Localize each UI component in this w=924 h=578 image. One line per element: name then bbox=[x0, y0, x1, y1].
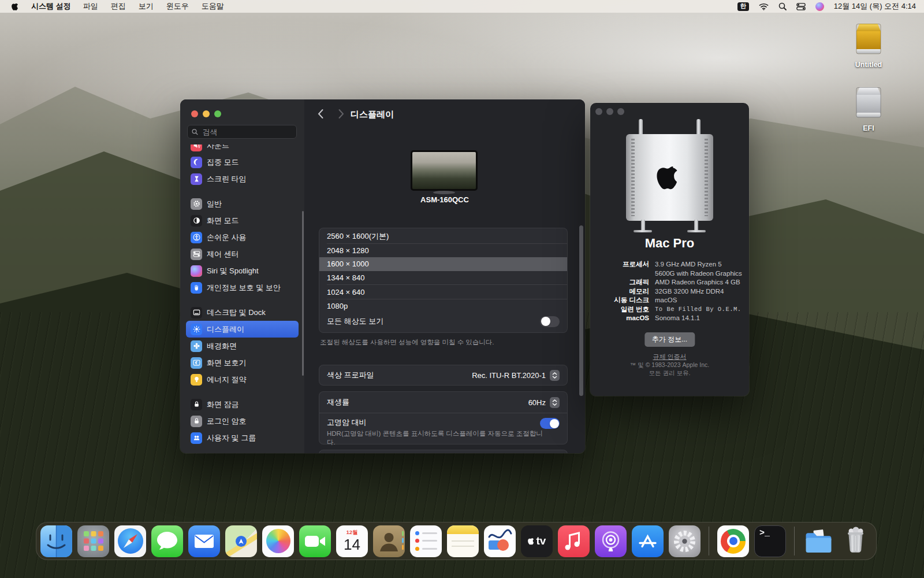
display-thumbnail-image bbox=[412, 152, 476, 189]
dock-item-podcasts[interactable] bbox=[595, 525, 627, 557]
apple-menu-icon[interactable] bbox=[12, 2, 20, 11]
dock-item-apple-tv[interactable]: tv bbox=[521, 525, 553, 557]
hdr-description: HDR(고명암 대비) 콘텐츠를 표시하도록 디스플레이를 자동으로 조절합니다… bbox=[327, 429, 546, 447]
color-profile-stepper[interactable] bbox=[550, 370, 560, 381]
dock-item-photos[interactable] bbox=[262, 525, 294, 557]
hourglass-icon bbox=[191, 173, 202, 185]
dock-item-messages[interactable] bbox=[151, 525, 183, 557]
pane-scrollbar[interactable] bbox=[579, 225, 583, 396]
resolution-option[interactable]: 1344 × 840 bbox=[319, 271, 567, 285]
model-name: Mac Pro bbox=[590, 236, 749, 251]
resolution-option-selected[interactable]: 924 × 578 bbox=[319, 257, 567, 271]
minimize-button[interactable] bbox=[606, 108, 613, 115]
dock-item-maps[interactable] bbox=[225, 525, 257, 557]
desktop-icon-efi[interactable]: EFI bbox=[843, 86, 894, 132]
back-button[interactable] bbox=[317, 109, 324, 119]
forward-button[interactable] bbox=[338, 109, 345, 119]
sidebar-item-displays[interactable]: 디스플레이 bbox=[186, 321, 299, 338]
dock-item-mail[interactable] bbox=[188, 525, 220, 557]
sidebar-item-privacy[interactable]: 개인정보 보호 및 보안 bbox=[186, 279, 299, 296]
apple-tv-icon: tv bbox=[521, 525, 553, 557]
dock-item-calendar[interactable]: 12월 14 bbox=[336, 525, 368, 557]
messages-icon bbox=[151, 525, 183, 557]
resolution-option[interactable]: 2048 × 1280 bbox=[319, 244, 567, 258]
dock-divider bbox=[709, 527, 709, 555]
sidebar-item-focus[interactable]: 집중 모드 bbox=[186, 154, 299, 171]
sidebar-item-users-groups[interactable]: 사용자 및 그룹 bbox=[186, 429, 299, 446]
control-center-icon[interactable] bbox=[796, 3, 806, 10]
resolution-note: 조절된 해상도를 사용하면 성능에 영향을 미칠 수 있습니다. bbox=[320, 338, 569, 347]
dock-item-facetime[interactable] bbox=[299, 525, 331, 557]
menu-view[interactable]: 보기 bbox=[139, 1, 154, 12]
dock-item-contacts[interactable] bbox=[373, 525, 405, 557]
dock-item-safari[interactable] bbox=[114, 525, 146, 557]
privacy-hand-icon bbox=[191, 282, 202, 294]
close-button[interactable] bbox=[191, 110, 198, 117]
input-source-badge[interactable]: 한 bbox=[737, 2, 749, 11]
dock-item-app-store[interactable] bbox=[632, 525, 664, 557]
sidebar-item-screensaver[interactable]: 화면 보호기 bbox=[186, 354, 299, 371]
dock-item-trash[interactable] bbox=[840, 525, 871, 557]
resolution-option[interactable]: 1080p bbox=[319, 299, 567, 313]
display-sun-icon bbox=[191, 324, 202, 335]
reminders-icon bbox=[410, 525, 442, 557]
wifi-icon[interactable] bbox=[759, 3, 769, 10]
sidebar-item-siri[interactable]: Siri 및 Spotlight bbox=[186, 262, 299, 279]
zoom-button[interactable] bbox=[214, 110, 221, 117]
dock-item-chrome[interactable] bbox=[717, 525, 749, 557]
siri-icon[interactable] bbox=[815, 2, 824, 11]
dock-item-launchpad[interactable] bbox=[77, 525, 109, 557]
regulatory-certification-link[interactable]: 규제 인증서 bbox=[590, 353, 749, 361]
sidebar-item-desktop-dock[interactable]: 데스크탑 및 Dock bbox=[186, 304, 299, 321]
sidebar-item-appearance[interactable]: 화면 모드 bbox=[186, 212, 299, 229]
sidebar-item-lock-screen[interactable]: 화면 잠금 bbox=[186, 396, 299, 413]
menu-edit[interactable]: 편집 bbox=[111, 1, 126, 12]
resolution-list: 2560 × 1600(기본) 2048 × 1280 924 × 578 … bbox=[319, 228, 568, 333]
sidebar-scrollbar[interactable] bbox=[302, 211, 304, 376]
menu-file[interactable]: 파일 bbox=[83, 1, 98, 12]
minimize-button[interactable] bbox=[203, 110, 210, 117]
chrome-icon bbox=[717, 525, 749, 557]
sidebar-item-control-center[interactable]: 제어 센터 bbox=[186, 246, 299, 262]
more-info-button[interactable]: 추가 정보... bbox=[644, 332, 695, 347]
settings-sidebar: 사운드 집중 모드 스크린 타임 일반 화면 모드 bbox=[180, 99, 305, 453]
sidebar-item-label: 스크린 타임 bbox=[207, 174, 247, 184]
hdr-toggle[interactable] bbox=[540, 418, 560, 429]
menu-window[interactable]: 윈도우 bbox=[166, 1, 189, 12]
spotlight-search-icon[interactable] bbox=[778, 2, 787, 10]
dock-item-downloads[interactable] bbox=[803, 525, 834, 557]
refresh-rate-stepper[interactable] bbox=[550, 397, 560, 408]
dock-item-finder[interactable] bbox=[40, 525, 72, 557]
menu-clock[interactable]: 12월 14일 (목) 오전 4:14 bbox=[834, 1, 916, 12]
sidebar-item-wallpaper[interactable]: 배경화면 bbox=[186, 338, 299, 354]
dock-item-freeform[interactable] bbox=[484, 525, 516, 557]
sidebar-item-label: 일반 bbox=[207, 199, 222, 209]
sidebar-search-field[interactable] bbox=[187, 125, 297, 139]
sidebar-item-label: 사운드 bbox=[207, 144, 229, 151]
sidebar-item-general[interactable]: 일반 bbox=[186, 195, 299, 212]
search-input[interactable] bbox=[202, 127, 292, 137]
resolution-option[interactable]: 2560 × 1600(기본) bbox=[319, 229, 567, 243]
podcasts-icon bbox=[595, 525, 627, 557]
dock-item-terminal[interactable]: >_ bbox=[754, 525, 786, 557]
show-all-resolutions-toggle[interactable] bbox=[540, 316, 560, 327]
resolution-option[interactable]: 1024 × 640 bbox=[319, 285, 567, 299]
close-button[interactable] bbox=[595, 108, 602, 115]
sidebar-item-sound[interactable]: 사운드 bbox=[186, 144, 299, 154]
search-icon bbox=[192, 128, 198, 135]
menu-help[interactable]: 도움말 bbox=[202, 1, 224, 12]
dock-item-notes[interactable] bbox=[447, 525, 479, 557]
dock-item-system-settings[interactable] bbox=[669, 525, 701, 557]
sidebar-item-accessibility[interactable]: 손쉬운 사용 bbox=[186, 229, 299, 246]
sidebar-item-energy[interactable]: 에너지 절약 bbox=[186, 371, 299, 388]
sidebar-item-login-password[interactable]: 로그인 암호 bbox=[186, 413, 299, 429]
sidebar-list: 사운드 집중 모드 스크린 타임 일반 화면 모드 bbox=[180, 144, 304, 453]
sidebar-item-label: 에너지 절약 bbox=[207, 375, 247, 385]
menu-app-name[interactable]: 시스템 설정 bbox=[31, 1, 71, 12]
sidebar-item-screentime[interactable]: 스크린 타임 bbox=[186, 171, 299, 187]
zoom-button[interactable] bbox=[617, 108, 624, 115]
dock-item-music[interactable] bbox=[558, 525, 590, 557]
safari-icon bbox=[114, 525, 146, 557]
dock-item-reminders[interactable] bbox=[410, 525, 442, 557]
desktop-icon-untitled[interactable]: Untitled bbox=[843, 22, 894, 69]
